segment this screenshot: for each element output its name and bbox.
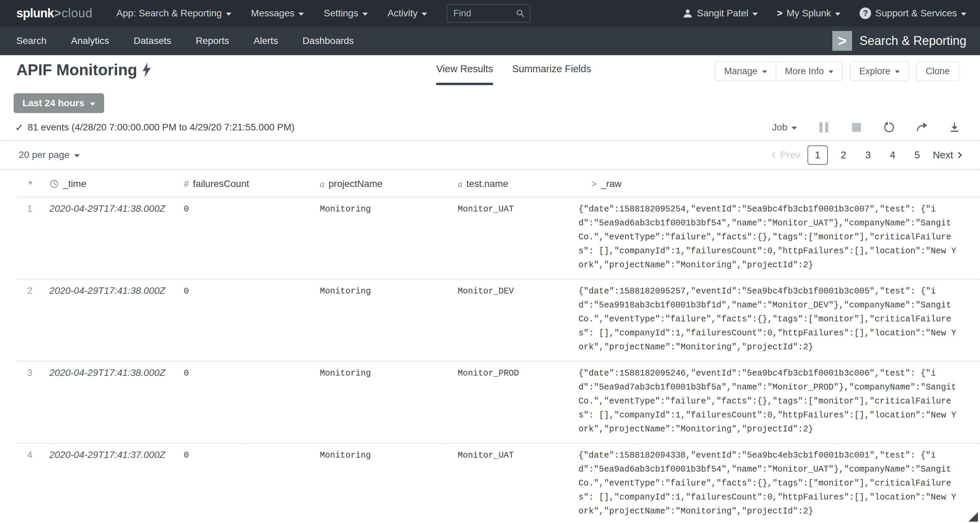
job-menu[interactable]: Job — [772, 122, 797, 133]
time-cell[interactable]: 2020-04-29T17:41:37.000Z — [32, 448, 184, 460]
raw-cell[interactable]: {"date":1588182094338,"eventId":"5ea9bc4… — [579, 448, 980, 518]
nav-search[interactable]: Search — [16, 35, 47, 46]
user-avatar-icon — [682, 8, 693, 18]
user-menu[interactable]: Sangit Patel — [682, 8, 758, 19]
page-1-button[interactable]: 1 — [808, 145, 828, 165]
per-page-selector[interactable]: 20 per page — [19, 150, 80, 160]
view-tabs: View Results Summarize Fields — [436, 63, 591, 85]
table-header-row: * _time # failuresCount a projectName a … — [17, 169, 980, 198]
time-cell[interactable]: 2020-04-29T17:41:38.000Z — [32, 367, 184, 378]
raw-cell[interactable]: {"date":1588182095246,"eventId":"5ea9bc4… — [579, 367, 980, 436]
logo-cloud: cloud — [62, 6, 92, 21]
column-header-select[interactable]: * — [17, 179, 32, 190]
per-page-label: 20 per page — [19, 150, 69, 160]
page-3-button[interactable]: 3 — [859, 146, 877, 164]
column-header-testname[interactable]: a test.name — [458, 179, 579, 189]
support-label: Support & Services — [875, 8, 957, 19]
column-header-time[interactable]: _time — [32, 179, 184, 189]
export-button[interactable] — [949, 121, 960, 133]
job-controls: Job — [772, 121, 960, 133]
reload-button[interactable] — [883, 121, 895, 133]
page-2-button[interactable]: 2 — [835, 146, 853, 164]
testname-cell[interactable]: Monitor_UAT — [458, 202, 579, 216]
tab-summarize-fields[interactable]: Summarize Fields — [512, 63, 591, 85]
support-menu[interactable]: ? Support & Services — [859, 8, 966, 19]
projectname-cell[interactable]: Monitoring — [320, 202, 458, 216]
my-splunk-label: My Splunk — [787, 8, 831, 19]
header-time-label: _time — [63, 179, 86, 189]
manage-button[interactable]: Manage — [715, 61, 776, 81]
menu-app[interactable]: App: Search & Reporting — [116, 8, 231, 19]
clock-icon — [49, 179, 59, 189]
find-placeholder: Find — [453, 8, 471, 19]
pause-button[interactable] — [818, 121, 830, 133]
prev-label: Prev — [780, 150, 801, 161]
caret-down-icon — [90, 102, 95, 105]
report-actions: Manage More Info Explore Clone — [715, 61, 959, 81]
clone-label: Clone — [926, 66, 950, 77]
caret-down-icon — [422, 13, 427, 16]
testname-cell[interactable]: Monitor_UAT — [458, 448, 579, 462]
resize-corner-handle[interactable] — [969, 512, 978, 521]
time-cell[interactable]: 2020-04-29T17:41:38.000Z — [32, 284, 184, 296]
projectname-cell[interactable]: Monitoring — [320, 367, 458, 380]
nav-analytics[interactable]: Analytics — [71, 35, 109, 46]
raw-cell[interactable]: {"date":1588182095254,"eventId":"5ea9bc4… — [579, 202, 980, 272]
stop-button[interactable] — [851, 121, 862, 133]
projectname-cell[interactable]: Monitoring — [320, 284, 458, 298]
row-number: 2 — [17, 284, 32, 296]
nav-datasets[interactable]: Datasets — [134, 35, 172, 46]
nav-reports[interactable]: Reports — [196, 35, 229, 46]
testname-cell[interactable]: Monitor_PROD — [458, 367, 579, 380]
menu-activity[interactable]: Activity — [388, 8, 427, 19]
column-header-raw[interactable]: > _raw — [579, 179, 980, 189]
nav-alerts[interactable]: Alerts — [253, 35, 278, 46]
menu-messages[interactable]: Messages — [251, 8, 304, 19]
nav-dashboards[interactable]: Dashboards — [302, 35, 354, 46]
my-splunk-menu[interactable]: > My Splunk — [777, 8, 840, 19]
tab-view-results[interactable]: View Results — [436, 63, 493, 85]
pause-icon — [819, 122, 828, 132]
page-4-button[interactable]: 4 — [884, 146, 901, 164]
menu-settings[interactable]: Settings — [324, 8, 368, 19]
string-type-icon: a — [320, 179, 325, 189]
table-row: 1 2020-04-29T17:41:38.000Z 0 Monitoring … — [17, 198, 980, 279]
table-row: 2 2020-04-29T17:41:38.000Z 0 Monitoring … — [17, 279, 980, 362]
events-table: * _time # failuresCount a projectName a … — [0, 169, 980, 523]
menu-activity-label: Activity — [388, 8, 418, 19]
explore-button[interactable]: Explore — [850, 61, 909, 81]
column-header-projectname[interactable]: a projectName — [320, 179, 458, 189]
chevron-left-icon — [772, 152, 778, 158]
reload-icon — [883, 121, 895, 133]
projectname-cell[interactable]: Monitoring — [320, 448, 458, 462]
failurescount-cell[interactable]: 0 — [184, 284, 320, 298]
failurescount-cell[interactable]: 0 — [184, 202, 320, 216]
more-info-button[interactable]: More Info — [776, 61, 843, 81]
splunk-cloud-logo[interactable]: splunk > cloud — [16, 6, 92, 21]
share-button[interactable] — [916, 121, 928, 133]
next-page-button[interactable]: Next — [933, 150, 961, 161]
page-5-button[interactable]: 5 — [908, 146, 926, 164]
report-header: APIF Monitoring View Results Summarize F… — [0, 55, 980, 92]
failurescount-cell[interactable]: 0 — [184, 448, 320, 462]
testname-cell[interactable]: Monitor_DEV — [458, 284, 579, 298]
next-label: Next — [933, 150, 953, 161]
time-range-label: Last 24 hours — [22, 98, 84, 108]
time-cell[interactable]: 2020-04-29T17:41:38.000Z — [32, 202, 184, 214]
header-failures-label: failuresCount — [193, 179, 249, 189]
row-number: 1 — [17, 202, 32, 214]
chevron-right-icon — [956, 152, 962, 158]
caret-down-icon — [298, 13, 304, 16]
explore-label: Explore — [859, 66, 891, 77]
header-raw-label: _raw — [601, 179, 622, 189]
number-type-icon: # — [184, 179, 189, 189]
help-icon: ? — [859, 8, 871, 19]
failurescount-cell[interactable]: 0 — [184, 367, 320, 380]
find-search-input[interactable]: Find — [447, 4, 530, 22]
app-name: Search & Reporting — [859, 34, 966, 48]
report-title: APIF Monitoring — [16, 61, 137, 79]
clone-button[interactable]: Clone — [916, 61, 959, 81]
raw-cell[interactable]: {"date":1588182095257,"eventId":"5ea9bc4… — [579, 284, 980, 354]
time-range-picker-button[interactable]: Last 24 hours — [14, 93, 104, 113]
column-header-failurescount[interactable]: # failuresCount — [184, 179, 320, 189]
